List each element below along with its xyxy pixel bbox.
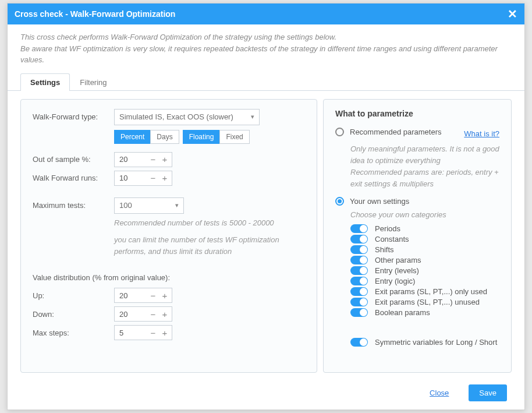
runs-spinner[interactable]: − + <box>114 171 172 186</box>
toggle-row: Boolean params <box>350 308 499 317</box>
chevron-down-icon: ▾ <box>175 202 179 209</box>
category-toggle[interactable] <box>350 277 368 285</box>
recommended-label: Recommended parameters <box>350 128 442 136</box>
settings-panel: Walk-Forward type: Simulated IS, Exact O… <box>20 99 317 373</box>
toggle-row: Shifts <box>350 245 499 254</box>
dist-heading: Value distribution (% from original valu… <box>33 273 305 282</box>
mode-fixed[interactable]: Fixed <box>219 130 249 144</box>
modal-dialog: Cross check - Walk-Forward Optimization … <box>7 3 525 410</box>
category-toggle[interactable] <box>350 266 368 275</box>
down-plus[interactable]: + <box>159 310 171 319</box>
toggle-row: Entry (levels) <box>350 266 499 275</box>
category-label: Constants <box>375 235 409 243</box>
what-is-it-link[interactable]: What is it? <box>464 129 499 138</box>
radio-recommended[interactable]: Recommended parameters <box>335 128 442 136</box>
close-icon[interactable]: ✕ <box>508 7 517 21</box>
down-minus[interactable]: − <box>147 310 159 319</box>
runs-input[interactable] <box>115 174 147 182</box>
oos-input[interactable] <box>115 155 147 164</box>
own-settings-label: Your own settings <box>350 197 409 206</box>
toggle-row: Periods <box>350 224 499 233</box>
category-toggle[interactable] <box>350 287 368 296</box>
steps-minus[interactable]: − <box>147 329 159 337</box>
down-input[interactable] <box>115 310 147 319</box>
close-button[interactable]: Close <box>419 384 459 401</box>
mode-days[interactable]: Days <box>150 130 179 144</box>
symmetric-label: Symmetric variables for Long / Short <box>375 338 497 347</box>
steps-spinner[interactable]: − + <box>114 325 172 340</box>
steps-plus[interactable]: + <box>159 329 171 337</box>
mode-button-strip: Percent Days Floating Fixed <box>114 130 305 144</box>
steps-input[interactable] <box>115 329 147 337</box>
up-input[interactable] <box>115 291 147 300</box>
up-minus[interactable]: − <box>147 291 159 300</box>
max-tests-label: Maximum tests: <box>33 201 114 210</box>
mode-percent[interactable]: Percent <box>114 130 151 144</box>
max-tests-hint1: Recommended number of tests is 5000 - 20… <box>114 217 305 229</box>
tab-bar: Settings Filtering <box>8 73 524 91</box>
category-toggle[interactable] <box>350 256 368 264</box>
wf-type-value: Simulated IS, Exact OOS (slower) <box>119 112 233 121</box>
title-bar: Cross check - Walk-Forward Optimization … <box>8 3 524 24</box>
up-spinner[interactable]: − + <box>114 288 172 303</box>
max-tests-select[interactable]: 100 ▾ <box>114 197 184 214</box>
wf-type-select[interactable]: Simulated IS, Exact OOS (slower) ▾ <box>114 109 260 125</box>
max-tests-value: 100 <box>119 201 132 210</box>
category-label: Shifts <box>375 245 394 254</box>
symmetric-row: Symmetric variables for Long / Short <box>350 338 499 347</box>
toggle-row: Other params <box>350 256 499 264</box>
save-button[interactable]: Save <box>469 384 507 401</box>
wf-type-label: Walk-Forward type: <box>33 112 114 121</box>
radio-icon <box>335 197 344 206</box>
steps-label: Max steps: <box>33 329 114 337</box>
down-spinner[interactable]: − + <box>114 306 172 322</box>
category-label: Other params <box>375 256 421 264</box>
own-hint: Choose your own categories <box>350 209 499 221</box>
runs-label: Walk Forward runs: <box>33 174 114 182</box>
tab-filtering[interactable]: Filtering <box>70 73 116 91</box>
oos-spinner[interactable]: − + <box>114 152 172 167</box>
tab-settings[interactable]: Settings <box>20 73 70 91</box>
toggle-row: Entry (logic) <box>350 277 499 285</box>
description-line1: This cross check performs Walk-Forward O… <box>20 31 512 43</box>
dialog-footer: Close Save <box>8 379 524 410</box>
up-label: Up: <box>33 291 114 300</box>
dialog-title: Cross check - Walk-Forward Optimization <box>15 9 175 19</box>
radio-icon <box>335 128 344 136</box>
radio-own-settings[interactable]: Your own settings <box>335 197 499 206</box>
runs-plus[interactable]: + <box>159 174 171 182</box>
oos-minus[interactable]: − <box>147 155 159 164</box>
runs-minus[interactable]: − <box>147 174 159 182</box>
recommended-hint: Only meaningful parameters. It is not a … <box>350 143 499 190</box>
toggle-list: PeriodsConstantsShiftsOther paramsEntry … <box>335 224 499 317</box>
toggle-row: Exit params (SL, PT,...) unused <box>350 298 499 306</box>
description-line2: Be aware that WF optimization is very sl… <box>20 43 512 66</box>
category-label: Boolean params <box>375 308 430 317</box>
category-label: Periods <box>375 224 400 233</box>
category-toggle[interactable] <box>350 224 368 233</box>
category-toggle[interactable] <box>350 245 368 254</box>
category-toggle[interactable] <box>350 298 368 306</box>
description-block: This cross check performs Walk-Forward O… <box>8 24 524 68</box>
parametrize-panel: What to parametrize Recommended paramete… <box>323 99 512 373</box>
category-toggle[interactable] <box>350 235 368 243</box>
down-label: Down: <box>33 310 114 319</box>
oos-label: Out of sample %: <box>33 155 114 164</box>
mode-floating[interactable]: Floating <box>183 130 221 144</box>
category-label: Exit params (SL, PT,...) only used <box>375 287 487 296</box>
toggle-row: Exit params (SL, PT,...) only used <box>350 287 499 296</box>
parametrize-heading: What to parametrize <box>335 109 499 118</box>
up-plus[interactable]: + <box>159 291 171 300</box>
chevron-down-icon: ▾ <box>251 113 254 121</box>
category-label: Entry (logic) <box>375 277 415 285</box>
category-toggle[interactable] <box>350 308 368 317</box>
oos-plus[interactable]: + <box>159 155 171 164</box>
category-label: Entry (levels) <box>375 266 419 275</box>
toggle-row: Constants <box>350 235 499 243</box>
max-tests-hint2: you can limit the number of tests WF opt… <box>114 234 305 257</box>
symmetric-toggle[interactable] <box>350 338 368 347</box>
category-label: Exit params (SL, PT,...) unused <box>375 298 480 306</box>
